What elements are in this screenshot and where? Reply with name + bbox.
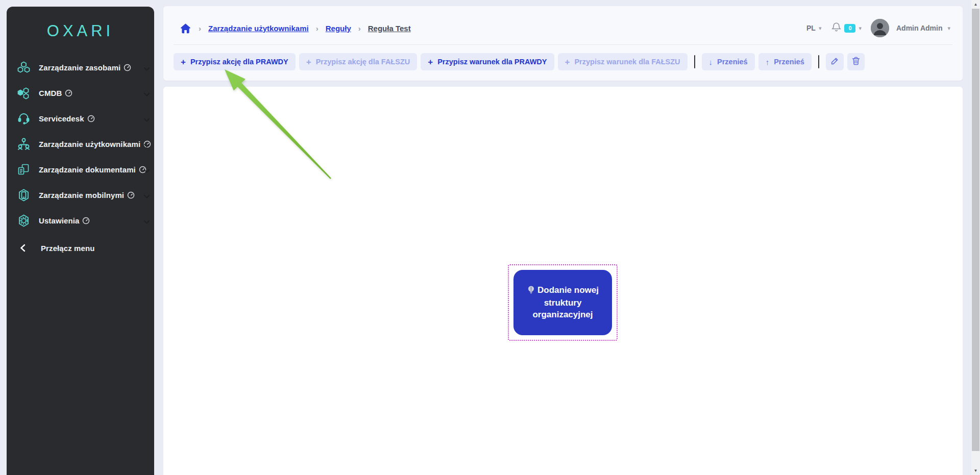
caret-down-icon: ▾ — [819, 25, 822, 32]
toggle-menu-label: Przełącz menu — [41, 244, 95, 253]
chevron-down-icon — [143, 64, 150, 73]
assign-action-false-label: Przypisz akcję dla FAŁSZU — [316, 58, 410, 66]
notifications-button[interactable]: 0 ▾ — [831, 22, 862, 34]
topcard-divider — [174, 44, 952, 45]
delete-button[interactable] — [847, 53, 865, 70]
rule-toolbar: + Przypisz akcję dla PRAWDY + Przypisz a… — [174, 53, 963, 70]
breadcrumb-link-user-management[interactable]: Zarządzanie użytkownikami — [208, 24, 309, 33]
documents-icon — [17, 163, 31, 177]
chevron-down-icon — [143, 166, 150, 176]
home-icon[interactable] — [180, 23, 191, 34]
language-code: PL — [806, 24, 816, 32]
chevron-down-icon — [143, 115, 150, 124]
move-up-label: Przenieś — [774, 58, 804, 66]
breadcrumb-current-rule-test[interactable]: Reguła Test — [368, 24, 411, 33]
rule-node-dodanie-nowej-struktury[interactable]: Dodanie nowej struktury organizacyjnej — [513, 270, 612, 335]
cmdb-icon — [17, 86, 31, 100]
node-label: Dodanie nowej struktury organizacyjnej — [532, 285, 599, 319]
sidebar-item-label: CMDB — [39, 89, 62, 97]
assign-condition-false-label: Przypisz warunek dla FAŁSZU — [574, 58, 680, 66]
edit-button[interactable] — [826, 53, 844, 70]
plus-icon: + — [565, 58, 570, 66]
sidebar: OXARI Zarządzanie zasobami — [7, 7, 154, 475]
oxari-logo: OXARI — [7, 22, 154, 40]
breadcrumb-separator: › — [316, 24, 318, 33]
gauge-icon — [127, 191, 135, 199]
bell-icon — [831, 22, 841, 34]
gauge-icon — [82, 217, 90, 224]
toolbar-separator — [818, 55, 819, 68]
chevron-down-icon — [143, 192, 150, 201]
sidebar-item-label: Servicedesk — [39, 114, 84, 123]
toggle-menu-button[interactable]: Przełącz menu — [7, 235, 154, 261]
language-selector[interactable]: PL ▾ — [806, 24, 821, 32]
settings-icon — [17, 214, 31, 228]
scrollbar-down-button[interactable]: ▼ — [971, 466, 980, 475]
sidebar-item-zarzadzanie-zasobami[interactable]: Zarządzanie zasobami — [7, 55, 154, 80]
scrollbar-thumb[interactable] — [972, 9, 979, 451]
sidebar-nav: Zarządzanie zasobami CMDB — [7, 55, 154, 261]
sidebar-item-zarzadzanie-dokumentami[interactable]: Zarządzanie dokumentami — [7, 157, 154, 182]
breadcrumb: › Zarządzanie użytkownikami › Reguły › R… — [180, 23, 411, 34]
sidebar-item-label: Zarządzanie mobilnymi — [39, 191, 124, 199]
assign-action-true-button[interactable]: + Przypisz akcję dla PRAWDY — [174, 53, 296, 70]
caret-down-icon: ▾ — [859, 25, 862, 32]
rule-canvas[interactable]: Dodanie nowej struktury organizacyjnej — [163, 87, 963, 475]
pencil-icon — [830, 57, 839, 67]
scrollbar-up-button[interactable]: ▲ — [971, 0, 980, 9]
assign-condition-true-label: Przypisz warunek dla PRAWDY — [437, 58, 547, 66]
sidebar-item-label: Zarządzanie użytkownikami — [39, 140, 140, 148]
sidebar-item-servicedesk[interactable]: Servicedesk — [7, 106, 154, 131]
assign-action-false-button[interactable]: + Przypisz akcję dla FAŁSZU — [299, 53, 417, 70]
plus-icon: + — [428, 58, 433, 66]
chevron-down-icon — [143, 141, 150, 150]
top-bar-card: › Zarządzanie użytkownikami › Reguły › R… — [163, 6, 963, 81]
plus-icon: + — [181, 58, 186, 66]
user-menu[interactable]: Admin Admin — [896, 24, 942, 32]
sidebar-item-cmdb[interactable]: CMDB — [7, 80, 154, 106]
chevron-left-icon — [20, 244, 26, 252]
chevron-down-icon — [143, 90, 150, 99]
plus-icon: + — [306, 58, 311, 66]
assign-action-true-label: Przypisz akcję dla PRAWDY — [190, 58, 288, 66]
sidebar-item-zarzadzanie-uzytkownikami[interactable]: Zarządzanie użytkownikami — [7, 131, 154, 157]
chevron-down-icon — [143, 217, 150, 227]
user-bar: PL ▾ 0 ▾ Admin Adm — [806, 19, 950, 37]
breadcrumb-separator: › — [199, 24, 201, 33]
caret-down-icon: ▾ — [947, 25, 950, 32]
lightbulb-icon — [527, 285, 535, 297]
mobile-icon — [17, 188, 31, 202]
breadcrumb-link-rules[interactable]: Reguły — [326, 24, 351, 33]
move-down-label: Przenieś — [717, 58, 748, 66]
notification-count-badge: 0 — [844, 24, 855, 33]
sidebar-item-zarzadzanie-mobilnymi[interactable]: Zarządzanie mobilnymi — [7, 182, 154, 208]
toolbar-separator — [694, 55, 695, 68]
sidebar-item-ustawienia[interactable]: Ustawienia — [7, 208, 154, 233]
breadcrumb-separator: › — [358, 24, 361, 33]
sidebar-item-label: Zarządzanie dokumentami — [39, 165, 136, 174]
gauge-icon — [65, 89, 72, 97]
arrow-up-icon: ↑ — [766, 58, 770, 66]
move-up-button[interactable]: ↑ Przenieś — [758, 53, 812, 70]
gauge-icon — [87, 115, 95, 122]
users-icon — [17, 137, 31, 151]
page-scrollbar: ▲ ▼ — [971, 0, 980, 475]
assets-icon — [17, 61, 31, 74]
trash-icon — [852, 57, 860, 67]
sidebar-item-label: Zarządzanie zasobami — [39, 63, 120, 72]
servicedesk-icon — [17, 112, 31, 126]
move-down-button[interactable]: ↓ Przenieś — [702, 53, 755, 70]
selected-node-outline[interactable]: Dodanie nowej struktury organizacyjnej — [508, 264, 618, 341]
sidebar-item-label: Ustawienia — [39, 216, 79, 225]
assign-condition-true-button[interactable]: + Przypisz warunek dla PRAWDY — [421, 53, 554, 70]
arrow-down-icon: ↓ — [709, 58, 713, 66]
gauge-icon — [124, 64, 131, 71]
avatar[interactable] — [871, 19, 889, 37]
assign-condition-false-button[interactable]: + Przypisz warunek dla FAŁSZU — [558, 53, 688, 70]
